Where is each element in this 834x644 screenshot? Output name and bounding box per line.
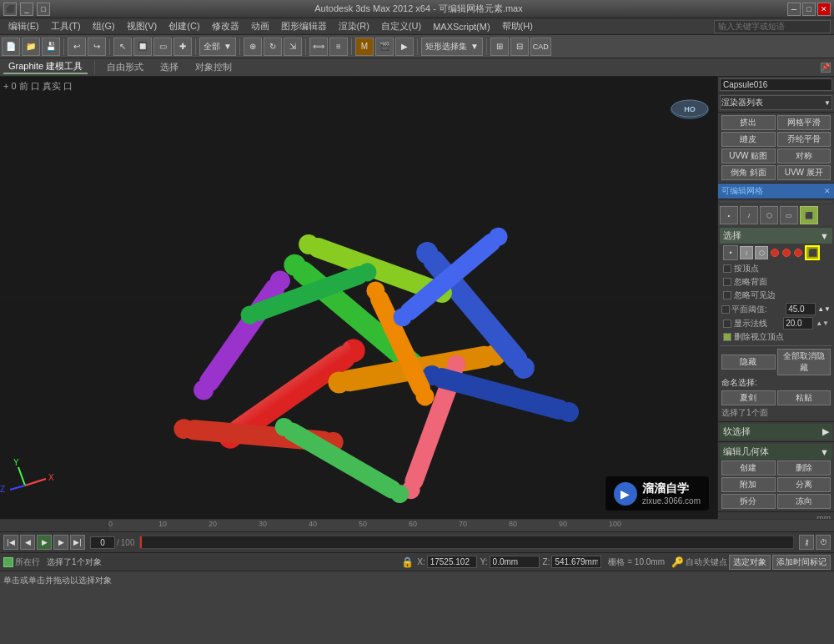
uvw-map-btn[interactable]: UVW 贴图 xyxy=(721,148,776,164)
freeze-btn[interactable]: 冻向 xyxy=(777,494,831,509)
select-by-name-button[interactable]: 🔲 xyxy=(133,38,152,56)
extrude-btn[interactable]: 挤出 xyxy=(721,115,776,130)
graphite-freeform[interactable]: 自由形式 xyxy=(102,61,148,73)
sel-icon3[interactable]: ⬡ xyxy=(755,246,768,259)
vertex-icon[interactable]: • xyxy=(720,206,738,224)
x-input[interactable] xyxy=(427,556,477,568)
maximize-button[interactable]: □ xyxy=(802,3,816,16)
current-frame-input[interactable] xyxy=(90,536,115,549)
save-button[interactable]: 💾 xyxy=(42,38,60,56)
open-button[interactable]: 📁 xyxy=(22,38,40,56)
cb-normals[interactable] xyxy=(723,319,731,328)
element-icon[interactable]: ⬛ xyxy=(800,206,818,224)
renderer-dropdown[interactable]: 渲染器列表 ▼ xyxy=(720,95,832,110)
undo-button[interactable]: ↩ xyxy=(68,38,86,56)
skin-btn[interactable]: 縫皮 xyxy=(721,132,776,147)
y-input[interactable] xyxy=(490,556,540,568)
edit-geo-expand[interactable]: ▼ xyxy=(820,447,829,457)
render-button[interactable]: ▶ xyxy=(395,38,414,56)
minimize-button[interactable]: _ xyxy=(20,3,33,16)
tl-next-frame[interactable]: ▶ xyxy=(53,535,68,550)
minimize-button2[interactable]: ─ xyxy=(787,3,801,16)
scale-button[interactable]: ⇲ xyxy=(284,38,302,56)
menu-animation[interactable]: 动画 xyxy=(246,19,274,33)
menu-create[interactable]: 创建(C) xyxy=(163,19,204,33)
cb-delete-isol[interactable] xyxy=(723,333,731,341)
planar-arrow[interactable]: ▲▼ xyxy=(817,305,831,313)
add-key-btn[interactable]: 添加时间标记 xyxy=(772,555,831,570)
select-all-dropdown[interactable]: 全部 ▼ xyxy=(199,38,236,56)
redo-button[interactable]: ↪ xyxy=(88,38,106,56)
edge-icon[interactable]: / xyxy=(740,206,758,224)
new-button[interactable]: 📄 xyxy=(2,38,20,56)
sel-icon2[interactable]: / xyxy=(740,246,753,259)
unhide-btn[interactable]: 全部取消隐藏 xyxy=(777,349,831,375)
select-btn[interactable]: 选定对象 xyxy=(729,555,771,570)
menu-edit[interactable]: 编辑(E) xyxy=(3,19,44,33)
border-icon[interactable]: ⬡ xyxy=(760,206,778,224)
render-dropdown[interactable]: 矩形选择集 ▼ xyxy=(421,38,483,56)
normals-arrow[interactable]: ▲▼ xyxy=(816,319,829,327)
menu-render[interactable]: 渲染(R) xyxy=(334,19,374,33)
tl-next-key[interactable]: ▶| xyxy=(70,535,85,550)
move-button[interactable]: ⊕ xyxy=(244,38,262,56)
graphite-title[interactable]: Graphite 建模工具 xyxy=(3,60,88,74)
search-input[interactable] xyxy=(714,20,831,33)
physique-btn[interactable]: 乔纶平骨 xyxy=(777,132,831,147)
split-btn[interactable]: 拆分 xyxy=(721,494,776,509)
object-name-input[interactable] xyxy=(720,78,832,91)
material-editor[interactable]: M xyxy=(355,38,374,56)
hide-btn[interactable]: 隐藏 xyxy=(721,355,776,370)
attach-btn[interactable]: 附加 xyxy=(721,477,776,492)
uvw-xform-btn[interactable]: UVW 展开 xyxy=(777,165,831,180)
menu-help[interactable]: 帮助(H) xyxy=(497,19,538,33)
select-region-button[interactable]: ▭ xyxy=(153,38,172,56)
copy-btn[interactable]: 夏剑 xyxy=(721,390,776,405)
mirror-button[interactable]: ⟺ xyxy=(309,38,328,56)
vertex-sel-icon[interactable]: • xyxy=(723,245,738,260)
sel-active-icon[interactable]: ⬛ xyxy=(805,245,820,260)
detach-btn[interactable]: 分离 xyxy=(777,477,831,492)
viewport-compass[interactable]: HO xyxy=(669,83,711,125)
viewport[interactable]: + 0 前 口 真实 口 xyxy=(0,77,717,519)
menu-tools[interactable]: 工具(T) xyxy=(46,19,86,33)
mesh-smooth-btn[interactable]: 网格平滑 xyxy=(777,115,831,130)
delete-btn[interactable]: 删除 xyxy=(777,460,831,475)
tl-prev-frame[interactable]: ◀ xyxy=(20,535,35,550)
close-button[interactable]: ✕ xyxy=(817,3,831,16)
graphite-pin[interactable]: 📌 xyxy=(821,63,831,73)
paste-btn[interactable]: 粘贴 xyxy=(777,390,831,405)
cb-planar[interactable] xyxy=(721,305,730,314)
menu-graph-editor[interactable]: 图形编辑器 xyxy=(276,19,332,33)
symmetry-btn[interactable]: 对称 xyxy=(777,148,831,164)
graphite-select[interactable]: 选择 xyxy=(155,61,183,73)
align-button[interactable]: ≡ xyxy=(329,38,348,56)
cb-vertex[interactable] xyxy=(723,264,731,273)
soft-select-expand[interactable]: ▶ xyxy=(822,426,829,437)
tl-time-config[interactable]: ⏱ xyxy=(816,535,831,550)
normals-input[interactable] xyxy=(783,317,813,330)
tl-prev-key[interactable]: |◀ xyxy=(3,535,18,550)
menu-maxscript[interactable]: MAXScript(M) xyxy=(428,21,495,33)
bevel-btn[interactable]: 倒角 斜面 xyxy=(721,165,776,180)
graphite-object-paint[interactable]: 对象控制 xyxy=(190,61,237,73)
menu-customize[interactable]: 自定义(U) xyxy=(376,19,426,33)
extra-btn1[interactable]: ⊞ xyxy=(490,38,509,56)
cb-ignore-back[interactable] xyxy=(723,278,731,286)
menu-modifiers[interactable]: 修改器 xyxy=(207,19,244,33)
menu-view[interactable]: 视图(V) xyxy=(122,19,163,33)
planar-input[interactable] xyxy=(786,303,816,315)
crossing-button[interactable]: ✚ xyxy=(173,38,192,56)
z-input[interactable] xyxy=(551,556,601,568)
tl-key-mode[interactable]: ⚷ xyxy=(799,535,814,550)
timeline-track[interactable] xyxy=(139,536,794,549)
tl-play[interactable]: ▶ xyxy=(37,535,52,550)
poly-icon[interactable]: ▭ xyxy=(780,206,798,224)
rotate-button[interactable]: ↻ xyxy=(264,38,282,56)
create-btn[interactable]: 创建 xyxy=(721,460,776,475)
select-button[interactable]: ↖ xyxy=(113,38,132,56)
snap-btn[interactable]: CAD xyxy=(530,38,551,56)
restore-button[interactable]: □ xyxy=(37,3,50,16)
menu-group[interactable]: 组(G) xyxy=(88,19,120,33)
select-expand[interactable]: ▼ xyxy=(820,231,829,241)
